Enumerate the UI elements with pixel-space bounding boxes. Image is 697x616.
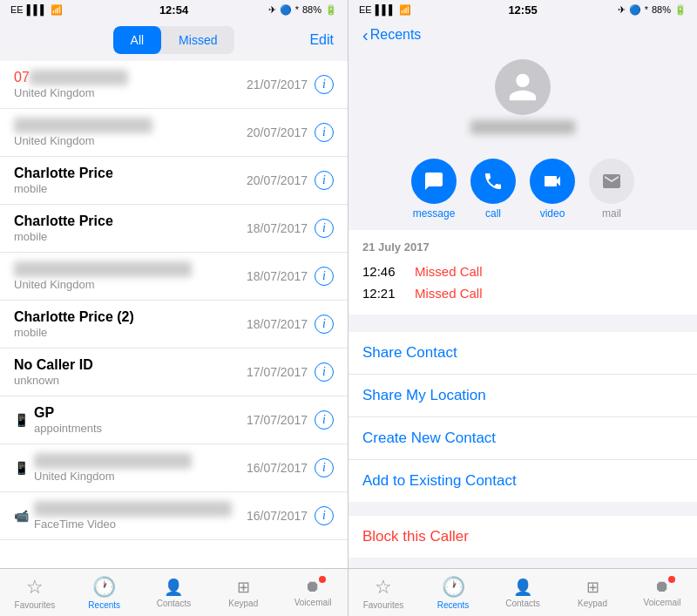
status-bar-right: EE ▌▌▌ 📶 12:55 ✈ 🔵 * 88% 🔋 [348,0,697,19]
share-location-label: Share My Location [362,387,486,403]
call-item-info: Charlotte Price mobile [14,213,247,243]
call-item[interactable]: No Caller ID unknown 17/07/2017 i [0,349,348,396]
phone-icon: 📱 [14,413,29,427]
tab-contacts-right[interactable]: 👤 Contacts [488,578,558,608]
call-item[interactable]: ██████████████████ United Kingdom 18/07/… [0,253,348,301]
call-name: ████████████████████ [34,501,247,517]
call-item[interactable]: Charlotte Price mobile 20/07/2017 i [0,157,348,205]
tab-label: Contacts [157,599,191,608]
info-button[interactable]: i [315,267,334,286]
call-item[interactable]: 📹 ████████████████████ FaceTime Video 16… [0,492,348,540]
call-item[interactable]: 07██████████ United Kingdom 21/07/2017 i [0,61,348,109]
info-button[interactable]: i [315,362,334,382]
history-type: Missed Call [415,286,483,301]
mail-icon [601,171,622,192]
call-item[interactable]: Charlotte Price (2) mobile 18/07/2017 i [0,301,348,349]
voicemail-badge: ⏺ [654,578,670,596]
call-label: call [485,207,501,220]
tab-keypad-left[interactable]: ⊞ Keypad [208,578,278,608]
call-history-section: 21 July 2017 12:46 Missed Call 12:21 Mis… [348,230,697,315]
mail-button[interactable]: mail [589,159,634,220]
tab-label: Favourites [363,600,404,610]
call-name: ████████████████ [34,453,247,469]
call-date: 16/07/2017 [247,509,308,523]
share-contact-label: Share Contact [362,344,457,361]
call-item-info: ████████████████████ FaceTime Video [34,501,247,531]
call-item-right: 17/07/2017 i [247,410,334,430]
tab-label: Recents [437,600,470,610]
call-item-info: GP appointments [34,405,247,435]
left-panel: EE ▌▌▌ 📶 12:54 ✈ 🔵 * 88% 🔋 All Missed Ed… [0,0,348,616]
call-item[interactable]: 📱 ████████████████ United Kingdom 16/07/… [0,444,348,492]
call-item-info: 07██████████ United Kingdom [14,70,247,99]
keypad-icon: ⊞ [586,578,599,597]
segment-all[interactable]: All [113,26,162,54]
tab-label: Recents [88,600,120,610]
contacts-icon: 👤 [513,578,532,597]
info-button[interactable]: i [315,171,334,190]
call-sub: FaceTime Video [34,518,247,531]
call-item-info: ██████████████████ United Kingdom [14,261,247,291]
info-button[interactable]: i [315,123,334,142]
info-button[interactable]: i [315,410,334,430]
call-sub: mobile [14,230,247,243]
header-left: All Missed Edit [0,19,348,61]
contacts-icon: 👤 [164,578,183,597]
history-time: 12:46 [362,264,415,279]
info-button[interactable]: i [315,458,334,477]
call-item[interactable]: 📱 GP appointments 17/07/2017 i [0,396,348,444]
star-icon: ☆ [375,576,392,599]
tab-keypad-right[interactable]: ⊞ Keypad [558,578,627,608]
history-item: 12:46 Missed Call [362,261,683,282]
call-item[interactable]: Charlotte Price mobile 18/07/2017 i [0,205,348,253]
info-button[interactable]: i [315,219,334,238]
options-list: Share Contact Share My Location Create N… [348,332,697,502]
segment-control[interactable]: All Missed [113,26,235,54]
tab-favourites-left[interactable]: ☆ Favourites [0,576,70,610]
share-location-option[interactable]: Share My Location [348,375,697,417]
carrier-right: EE [359,4,372,15]
info-button[interactable]: i [315,75,334,94]
edit-button[interactable]: Edit [309,32,334,48]
message-button[interactable]: message [411,159,457,220]
call-name: Charlotte Price [14,213,247,229]
right-panel: EE ▌▌▌ 📶 12:55 ✈ 🔵 * 88% 🔋 ‹ Recents [348,0,697,616]
add-existing-option[interactable]: Add to Existing Contact [348,460,697,502]
video-label: video [540,207,565,220]
info-button[interactable]: i [315,506,334,525]
call-date: 20/07/2017 [247,173,308,187]
tab-label: Keypad [228,599,258,608]
create-contact-option[interactable]: Create New Contact [348,417,697,460]
tab-recents-right[interactable]: 🕐 Recents [418,576,488,610]
block-caller-option[interactable]: Block this Caller [348,516,697,558]
tab-voicemail-left[interactable]: ⏺ Voicemail [278,578,348,607]
video-button[interactable]: video [530,159,575,220]
battery-right: 88% [652,4,671,15]
signal-bars-right: ▌▌▌ [376,4,396,15]
segment-missed[interactable]: Missed [161,26,234,54]
action-buttons: message call video mail [348,148,697,230]
back-button[interactable]: ‹ Recents [362,26,421,44]
tab-contacts-left[interactable]: 👤 Contacts [139,578,209,608]
tab-voicemail-right[interactable]: ⏺ Voicemail [627,578,697,607]
chevron-left-icon: ‹ [362,26,369,44]
tab-recents-left[interactable]: 🕐 Recents [70,576,139,610]
call-item-right: 21/07/2017 i [247,75,334,94]
call-item[interactable]: ██████████████ United Kingdom 20/07/2017… [0,109,348,157]
message-icon [423,171,444,192]
call-item-right: 16/07/2017 i [247,458,334,477]
voicemail-badge: ⏺ [305,578,321,596]
share-contact-option[interactable]: Share Contact [348,332,697,375]
tab-label: Contacts [505,599,539,608]
battery-icons-right: ✈ 🔵 * 88% 🔋 [618,4,687,16]
call-date: 18/07/2017 [247,317,308,331]
video-icon: 📹 [14,509,29,523]
call-button[interactable]: call [470,159,516,220]
call-date: 17/07/2017 [247,365,308,379]
tab-favourites-right[interactable]: ☆ Favourites [348,576,418,610]
call-item-right: 20/07/2017 i [247,171,334,190]
info-button[interactable]: i [315,315,334,334]
battery-left: 88% [302,4,321,15]
call-name: ██████████████ [14,118,247,133]
contact-number [470,120,575,134]
